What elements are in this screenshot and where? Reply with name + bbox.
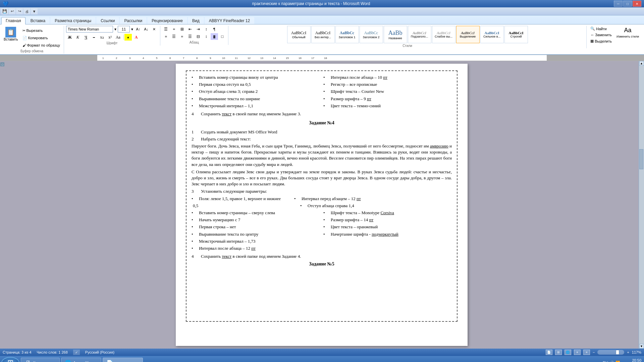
strikethrough-button[interactable]: – [90,34,98,41]
taskbar-item-word[interactable]: 📄 практически... [103,358,143,362]
page-content: • Вставить номер страницы внизу от центр… [186,70,458,322]
scroll-up-button[interactable]: ▲ [639,61,644,66]
style-heading2[interactable]: AaBbCc Заголовок 2 [360,26,383,43]
style-normal[interactable]: AaBbCcI Обычный [287,26,311,43]
style-no-spacing[interactable]: AaBbCcI Без интер... [311,26,335,43]
view-draft-button[interactable]: ≡ [583,350,590,355]
paste-button[interactable]: 📋 Вставить [2,26,19,42]
find-button[interactable]: 🔍 Найти [589,26,613,32]
numbered-list-button[interactable]: ≡ [170,26,178,33]
font-color-button[interactable]: А [132,34,140,41]
borders-button[interactable]: □ [219,33,226,40]
font-name-input[interactable] [66,26,113,33]
align-right-button[interactable]: ≡ [178,33,186,40]
start-button[interactable]: ⊞ [1,357,19,362]
task5-heading-partial: Задание №5 [192,261,452,267]
line-spacing-button[interactable]: ↕ [203,33,210,40]
show-marks-button[interactable]: ¶ [211,26,218,33]
bullet-icon: • [192,231,196,237]
tab-mailings[interactable]: Рассылки [120,17,147,24]
align-center-button[interactable]: ☰ [170,33,178,40]
bullet-list-button[interactable]: ☰ [162,26,170,33]
font-shrink-button[interactable]: A↓ [143,26,150,33]
view-fullscreen-button[interactable]: ⊞ [555,350,562,355]
bold-button[interactable]: Ж [66,34,73,41]
maximize-button[interactable]: □ [623,1,632,7]
replace-button[interactable]: ↔ Заменить [589,32,613,38]
view-web-button[interactable]: 🌐 [565,350,571,355]
style-title[interactable]: АаВb Название [384,26,407,43]
highlight-button[interactable]: ▲ [124,34,132,41]
font-size-dropdown-icon[interactable]: ▼ [130,27,134,31]
svg-text:8: 8 [196,57,198,60]
taskbar-item-courses[interactable]: 🖥 Курсы поль... [21,358,60,362]
tab-insert[interactable]: Вставка [26,17,50,24]
increase-indent-button[interactable]: ⇥ [195,26,202,33]
tab-view[interactable]: Вид [188,17,204,24]
view-print-layout-button[interactable]: 📄 [546,350,552,355]
spelling-icon[interactable]: ✓ [73,350,80,355]
vertical-scrollbar[interactable]: ▲ ▼ [639,61,644,349]
svg-text:18: 18 [324,57,327,60]
copy-button[interactable]: 📄 Копировать [21,35,62,41]
view-outline-button[interactable]: ≡ [574,350,581,355]
multilevel-list-button[interactable]: ⊞ [178,26,186,33]
bullet-icon: • [323,74,328,80]
paste-group-content: 📋 Вставить ✂ Вырезать 📄 Копировать [2,26,62,49]
close-button[interactable]: ✕ [633,1,641,7]
taskbar: ⊞ 🖥 Курсы поль... 🌐 Алена Жара... 📄 прак… [0,356,644,362]
style-emphasis[interactable]: AaBbCcI Выделение [456,26,480,43]
zoom-plus-button[interactable]: + [627,350,629,354]
tab-review[interactable]: Рецензирование [147,17,187,24]
style-strong-emphasis[interactable]: AaBbCcI Сильное в... [480,26,504,43]
scroll-thumb[interactable] [639,149,643,169]
font-name-dropdown-icon[interactable]: ▼ [114,27,117,31]
shading-button[interactable]: ▓ [211,33,218,40]
tab-home[interactable]: Главная [1,17,25,24]
text-case-button[interactable]: Аа [114,34,122,41]
clear-format-button[interactable]: ✕ [151,26,158,33]
decrease-indent-button[interactable]: ⇤ [186,26,194,33]
tab-abbyy[interactable]: ABBYY FineReader 12 [205,17,255,24]
change-style-button[interactable]: Аа Изменить стили [615,26,641,39]
font-grow-button[interactable]: A↑ [135,26,142,33]
print-quick-btn[interactable]: 🖨 [23,8,30,14]
list-item: • Регистр – все прописные [323,81,452,87]
select-button[interactable]: ▦ Выделить [589,38,613,44]
bullet-icon: • [192,81,196,87]
tab-references[interactable]: Ссылки [96,17,119,24]
zoom-minus-button[interactable]: − [593,350,595,354]
sort-button[interactable]: ↕ [203,26,210,33]
style-subtitle[interactable]: AaBbCcI Подзаголо... [408,26,431,43]
task3-bullets: • Вставить номер страницы внизу от центр… [192,74,452,110]
paragraph-group: ☰ ≡ ⊞ ⇤ ⇥ ↕ ¶ ≡ ☰ ≡ ☰ ⊟ ↕ ▓ □ [162,26,228,45]
align-left-button[interactable]: ≡ [162,33,170,40]
task4-col-left: • Вставить номер страницы – сверху слева… [192,210,320,252]
page[interactable]: • Вставить номер страницы внизу от центр… [176,64,468,346]
zoom-slider[interactable] [597,350,624,355]
superscript-button[interactable]: x² [106,34,114,41]
italic-button[interactable]: К [74,34,82,41]
task-number: 2 [192,136,198,142]
save-quick-btn[interactable]: 💾 [1,8,8,14]
underline-button[interactable]: Ч [82,34,90,41]
customize-quick-btn[interactable]: ▼ [31,8,38,14]
redo-quick-btn[interactable]: ↪ [16,8,23,14]
document-area: ◻ • Вставить номер страницы внизу от цен… [0,61,644,349]
scroll-down-button[interactable]: ▼ [639,344,644,349]
style-heading1[interactable]: AaBbCc Заголовок 1 [335,26,359,43]
minimize-button[interactable]: ─ [614,1,623,7]
style-strict[interactable]: AaBbCcI Строгий [504,26,528,43]
select-icon: ▦ [590,39,594,43]
style-subtle-emphasis[interactable]: AaBbCcI Слабое вы... [432,26,455,43]
align-justify-button[interactable]: ☰ [186,33,194,40]
ribbon-tabs: Главная Вставка Разметка страницы Ссылки… [0,15,644,24]
columns-button[interactable]: ⊟ [195,33,202,40]
undo-quick-btn[interactable]: ↩ [9,8,15,14]
font-size-input[interactable] [118,26,130,33]
cut-button[interactable]: ✂ Вырезать [21,27,62,34]
subscript-button[interactable]: x₂ [98,34,106,41]
format-copy-button[interactable]: 🖌 Формат по образцу [21,42,62,49]
taskbar-item-alena[interactable]: 🌐 Алена Жара... [61,358,102,362]
tab-page-layout[interactable]: Разметка страницы [50,17,96,24]
